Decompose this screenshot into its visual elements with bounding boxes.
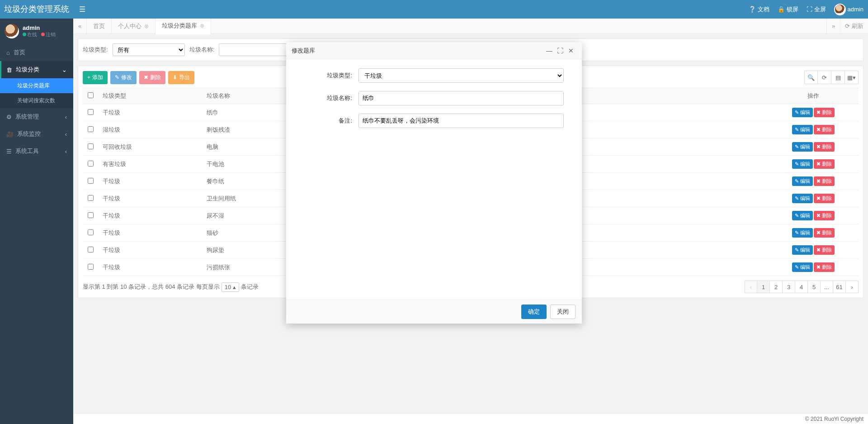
form-row-type: 垃圾类型: 干垃圾: [304, 68, 564, 83]
modal-type-select[interactable]: 干垃圾: [359, 68, 564, 83]
modal-body: 垃圾类型: 干垃圾 垃圾名称: 备注:: [286, 59, 582, 300]
modal-remark-input[interactable]: [359, 114, 564, 128]
cancel-button[interactable]: 关闭: [550, 305, 576, 319]
modal-footer: 确定 关闭: [286, 300, 582, 324]
edit-modal: 修改题库 — ⛶ ✕ 垃圾类型: 干垃圾 垃圾名称: 备注: 确定 关闭: [286, 42, 582, 324]
modal-name-label: 垃圾名称:: [304, 94, 359, 102]
maximize-icon[interactable]: ⛶: [555, 47, 566, 54]
modal-title: 修改题库: [292, 47, 544, 55]
close-icon[interactable]: ✕: [566, 47, 576, 54]
modal-header: 修改题库 — ⛶ ✕: [286, 42, 582, 59]
form-row-remark: 备注:: [304, 114, 564, 128]
minimize-icon[interactable]: —: [544, 47, 555, 54]
modal-name-input[interactable]: [359, 91, 564, 105]
modal-type-label: 垃圾类型:: [304, 71, 359, 80]
form-row-name: 垃圾名称:: [304, 91, 564, 105]
ok-button[interactable]: 确定: [521, 305, 547, 319]
modal-remark-label: 备注:: [304, 117, 359, 125]
